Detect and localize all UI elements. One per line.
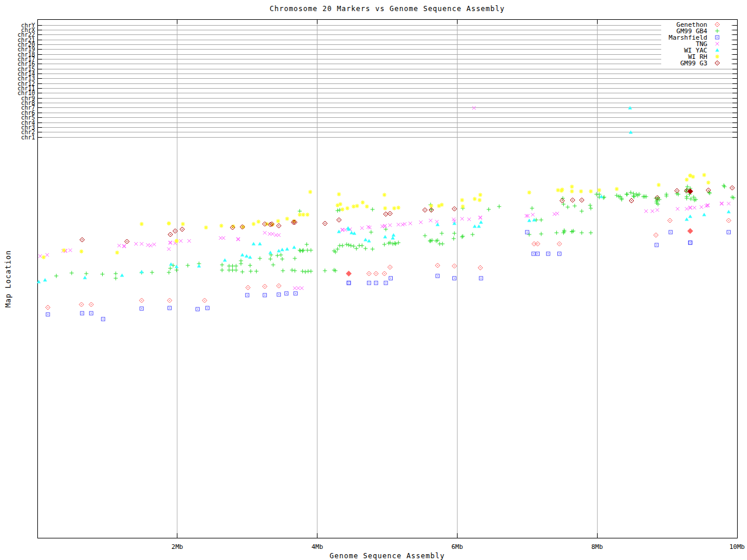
marker-glyph <box>355 204 359 208</box>
data-point <box>352 232 357 235</box>
data-point <box>676 207 679 211</box>
marker-dot <box>81 304 82 304</box>
data-point <box>460 198 464 202</box>
data-point <box>222 236 225 240</box>
marker-glyph <box>220 268 224 272</box>
marker-glyph <box>632 195 636 199</box>
data-point <box>292 246 296 249</box>
data-point <box>337 218 341 222</box>
data-point <box>570 190 574 194</box>
marker-glyph <box>467 218 471 221</box>
data-point <box>167 298 172 303</box>
marker-glyph <box>298 249 302 253</box>
data-point <box>254 270 259 274</box>
data-point <box>573 204 577 208</box>
marker-glyph <box>100 272 104 276</box>
data-point <box>240 270 245 274</box>
data-point <box>258 257 262 261</box>
marker-glyph <box>240 270 245 274</box>
data-point <box>589 231 593 235</box>
marker-dot <box>454 265 455 266</box>
data-point <box>263 231 267 235</box>
data-point <box>298 213 302 217</box>
x-tick-label: 10Mb <box>729 543 745 551</box>
data-point <box>236 237 240 241</box>
data-point <box>452 264 457 268</box>
data-point <box>727 230 731 234</box>
marker-glyph <box>655 208 659 212</box>
data-point <box>685 197 689 201</box>
marker-dot <box>631 200 631 201</box>
data-point <box>539 232 543 236</box>
marker-dot <box>728 232 729 232</box>
data-point <box>197 264 201 268</box>
data-point <box>369 230 373 235</box>
data-point <box>530 206 534 211</box>
marker-glyph <box>167 271 171 275</box>
marker-glyph <box>186 264 190 268</box>
marker-dot <box>338 219 339 220</box>
data-point <box>477 198 481 202</box>
data-point <box>81 312 84 315</box>
data-point <box>84 272 88 276</box>
marker-dot <box>82 313 82 313</box>
data-point <box>102 317 105 321</box>
x-tick-label: 8Mb <box>591 543 603 551</box>
data-point <box>181 222 185 226</box>
data-point <box>361 201 365 205</box>
data-point <box>689 241 692 244</box>
marker-glyph <box>392 206 396 211</box>
data-point <box>561 197 565 201</box>
marker-dot <box>562 200 563 201</box>
marker-glyph <box>599 195 603 198</box>
marker-dot <box>278 225 279 226</box>
marker-glyph <box>382 243 386 247</box>
data-point <box>727 210 731 214</box>
marker-glyph <box>615 187 619 191</box>
marker-dot <box>348 282 349 283</box>
marker-glyph <box>435 220 439 223</box>
marker-glyph <box>248 256 252 259</box>
marker-glyph <box>271 263 275 267</box>
data-point <box>46 305 50 310</box>
data-point <box>440 232 444 236</box>
data-point <box>473 225 477 228</box>
marker-glyph <box>305 213 309 217</box>
marker-glyph <box>293 257 297 261</box>
data-point <box>453 276 456 280</box>
data-point <box>337 192 341 197</box>
marker-dot <box>425 209 425 210</box>
marker-glyph <box>169 262 173 266</box>
marker-glyph <box>688 215 692 218</box>
marker-glyph <box>693 206 696 209</box>
data-point <box>396 206 400 210</box>
marker-glyph <box>168 267 172 271</box>
marker-glyph <box>222 236 225 240</box>
data-point <box>347 243 351 247</box>
marker-glyph <box>531 213 535 216</box>
marker-glyph <box>364 247 368 251</box>
data-point <box>702 213 706 216</box>
data-point <box>223 258 227 262</box>
x-tick-label: 4Mb <box>312 543 323 551</box>
data-point <box>303 270 308 274</box>
data-point <box>296 286 300 290</box>
data-point <box>256 220 260 224</box>
data-point <box>539 218 543 222</box>
marker-glyph <box>323 269 327 273</box>
marker-glyph <box>303 270 308 274</box>
data-point <box>246 285 250 290</box>
data-point <box>39 254 42 258</box>
marker-glyph <box>580 209 584 214</box>
marker-glyph <box>470 233 474 237</box>
marker-dot <box>264 295 265 295</box>
marker-glyph <box>169 241 172 244</box>
marker-glyph <box>167 247 170 251</box>
data-point <box>337 230 341 233</box>
data-point <box>115 251 119 255</box>
legend-marker <box>715 55 720 59</box>
data-point <box>560 188 564 192</box>
marker-glyph <box>351 205 355 209</box>
marker-glyph <box>440 232 444 236</box>
data-point <box>689 197 693 201</box>
